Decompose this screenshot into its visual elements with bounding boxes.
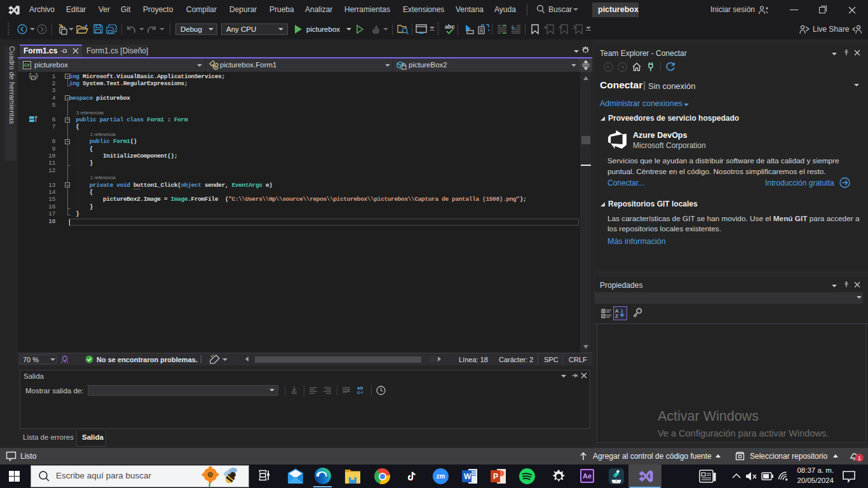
svg-text:W: W <box>464 472 471 481</box>
svg-text:Z: Z <box>615 313 618 318</box>
svg-text:P: P <box>493 472 498 481</box>
